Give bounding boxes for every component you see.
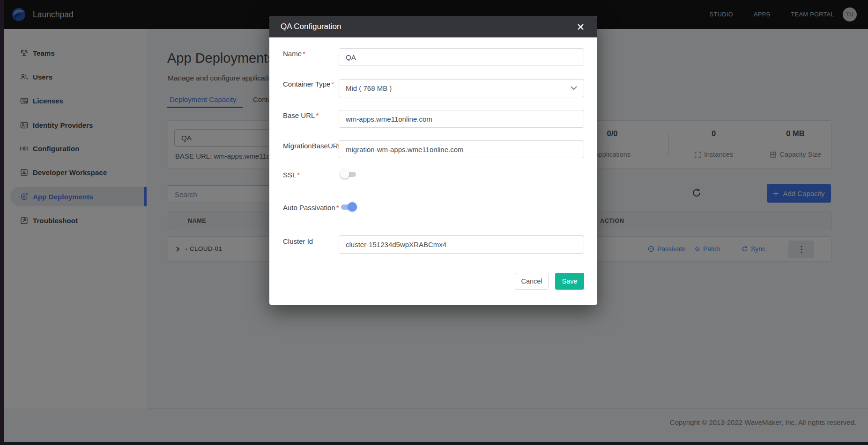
- required-asterisk: *: [303, 50, 305, 58]
- ssl-field-label: SSL*: [283, 171, 300, 179]
- close-icon: [577, 23, 584, 30]
- cancel-button[interactable]: Cancel: [515, 273, 549, 290]
- qa-configuration-dialog: QA Configuration Name* Container Type* M…: [269, 16, 597, 305]
- toggle-thumb: [348, 202, 357, 212]
- required-asterisk: *: [297, 171, 300, 179]
- container-type-field-label: Container Type*: [283, 80, 334, 88]
- auto-passivation-toggle[interactable]: [340, 202, 357, 212]
- required-asterisk: *: [336, 204, 339, 212]
- save-button[interactable]: Save: [555, 273, 584, 290]
- base-url-field[interactable]: [339, 110, 584, 128]
- toggle-thumb: [340, 169, 349, 179]
- migration-base-url-field[interactable]: [339, 140, 584, 158]
- cluster-id-field-label: Cluster Id: [283, 237, 313, 245]
- name-field[interactable]: [339, 48, 584, 66]
- auto-passivation-field-label: Auto Passivation*: [283, 204, 339, 212]
- chevron-down-icon: [571, 86, 577, 90]
- migration-base-url-field-label: MigrationBaseURL*: [283, 142, 346, 150]
- cluster-id-field[interactable]: [339, 235, 584, 254]
- container-type-select[interactable]: Mid ( 768 MB ): [339, 79, 584, 97]
- required-asterisk: *: [331, 80, 334, 88]
- container-type-selected-value: Mid ( 768 MB ): [346, 84, 392, 92]
- ssl-toggle[interactable]: [340, 169, 357, 179]
- application-window: Launchpad STUDIO APPS TEAM PORTAL TU Tea…: [0, 0, 868, 445]
- required-asterisk: *: [316, 111, 319, 119]
- close-dialog-button[interactable]: [575, 22, 586, 32]
- dialog-title: QA Configuration: [281, 22, 341, 31]
- dialog-header: QA Configuration: [269, 16, 597, 37]
- base-url-field-label: Base URL*: [283, 111, 319, 119]
- name-field-label: Name*: [283, 50, 305, 58]
